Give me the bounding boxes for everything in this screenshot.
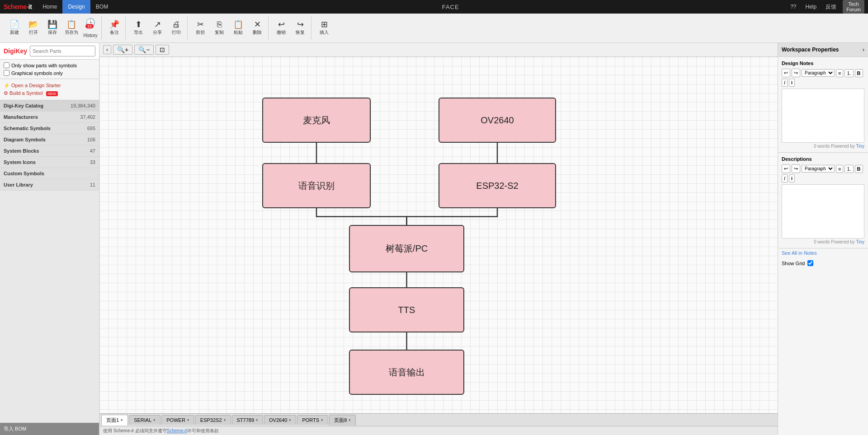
design-notes-title: Design Notes xyxy=(782,61,864,66)
note-icon: 📌 xyxy=(109,20,119,28)
tech-forum-btn[interactable]: TechForum xyxy=(843,0,864,14)
checkbox-graphical[interactable] xyxy=(4,70,9,76)
right-panel-header: Workspace Properties › xyxy=(778,43,868,57)
question-btn[interactable]: ?? xyxy=(788,3,799,11)
tab-item[interactable]: ST7789▾ xyxy=(232,415,264,425)
desc-undo-btn[interactable]: ↩ xyxy=(782,164,790,173)
tab-item[interactable]: PORTS▾ xyxy=(297,415,328,425)
canvas[interactable]: 麦克风OV2640语音识别ESP32-S2树莓派/PCTTS语音输出 xyxy=(99,57,778,413)
dn-italic-btn[interactable]: I xyxy=(782,79,788,87)
descriptions-wordcount: 0 words Powered by Tiny xyxy=(782,239,864,244)
toolbar-share[interactable]: ↗ 分享 xyxy=(148,16,166,40)
toolbar-open[interactable]: 📂 打开 xyxy=(24,16,42,40)
desc-redo-btn[interactable]: ↪ xyxy=(792,164,800,173)
see-all-link[interactable]: See All in Notes xyxy=(778,248,821,257)
sidebar-list: Manufacturers37,402Schematic Symbols695D… xyxy=(0,112,99,423)
zoom-fit-btn[interactable]: ⊡ xyxy=(156,45,169,55)
nav-design[interactable]: Design xyxy=(62,0,90,14)
sidebar-item[interactable]: Diagram Symbols106 xyxy=(0,134,99,145)
diagram-node[interactable]: ESP32-S2 xyxy=(439,163,556,208)
help-btn[interactable]: Help xyxy=(803,3,820,11)
copy-label: 复制 xyxy=(215,29,224,36)
dn-strikethrough-btn[interactable]: I xyxy=(789,79,795,87)
diagram-node[interactable]: 麦克风 xyxy=(262,98,371,143)
toolbar-export[interactable]: ⬆ 导出 xyxy=(129,16,147,40)
toolbar-history[interactable]: 🕒 15 History xyxy=(81,16,99,40)
toolbar-new[interactable]: 📄 新建 xyxy=(5,16,24,40)
desc-bold-btn[interactable]: B xyxy=(855,165,863,173)
sidebar-item[interactable]: Custom Symbols xyxy=(0,168,99,179)
tab-item[interactable]: OV2640▾ xyxy=(264,415,296,425)
show-grid-checkbox[interactable] xyxy=(807,260,813,266)
sidebar-item[interactable]: Manufacturers37,402 xyxy=(0,112,99,123)
toolbar-paste[interactable]: 📋 粘贴 xyxy=(229,16,247,40)
search-input[interactable] xyxy=(30,47,95,55)
top-nav: Scheme-it Home Design BOM FACE ?? Help 反… xyxy=(0,0,868,14)
toolbar-insert-group: ⊞ 插入 xyxy=(313,16,335,40)
desc-italic-btn[interactable]: I xyxy=(782,174,788,182)
export-bom-btn[interactable]: 导入 BOM xyxy=(0,423,99,435)
tab-item[interactable]: POWER▾ xyxy=(161,415,194,425)
catalog-name: Digi-Key Catalog xyxy=(4,103,43,108)
toolbar-cut[interactable]: ✂ 剪切 xyxy=(191,16,209,40)
new-label: 新建 xyxy=(10,29,19,36)
tab-item[interactable]: SERIAL▾ xyxy=(129,415,160,425)
toolbar-save[interactable]: 💾 保存 xyxy=(43,16,61,40)
sidebar-item-name: Schematic Symbols xyxy=(4,126,51,131)
zoom-out-btn[interactable]: 🔍− xyxy=(134,45,154,55)
right-panel-collapse-btn[interactable]: › xyxy=(863,47,864,53)
toolbar-redo[interactable]: ↪ 恢复 xyxy=(291,16,309,40)
workspace-props-title: Workspace Properties xyxy=(782,47,839,53)
dn-list-btn[interactable]: ≡ xyxy=(836,69,843,77)
catalog-item[interactable]: Digi-Key Catalog 19,384,340 xyxy=(0,100,99,112)
sidebar-item[interactable]: User Library11 xyxy=(0,179,99,191)
design-notes-editor[interactable] xyxy=(782,89,864,143)
scheme-it-link1[interactable]: Scheme-it xyxy=(167,428,187,433)
zoom-in-btn[interactable]: 🔍+ xyxy=(113,45,132,55)
toolbar-note[interactable]: 📌 备注 xyxy=(105,16,123,40)
dn-paragraph-select[interactable]: Paragraph xyxy=(802,69,835,77)
dn-bold-btn[interactable]: B xyxy=(855,69,863,77)
nav-bom[interactable]: BOM xyxy=(90,0,113,14)
dn-olist-btn[interactable]: 1. xyxy=(844,69,853,77)
tiny-link-2[interactable]: Tiny xyxy=(856,239,864,244)
diagram-node[interactable]: 树莓派/PC xyxy=(349,225,464,272)
toolbar-note-group: 📌 备注 xyxy=(104,16,126,40)
tab-item[interactable]: 页面8▾ xyxy=(329,415,356,426)
tab-item[interactable]: 页面1▾ xyxy=(101,415,128,426)
sidebar-item[interactable]: System Blocks47 xyxy=(0,145,99,157)
desc-list-btn[interactable]: ≡ xyxy=(836,165,843,173)
diagram-node[interactable]: TTS xyxy=(349,287,464,332)
toolbar-undo[interactable]: ↩ 撤销 xyxy=(272,16,290,40)
toolbar-insert[interactable]: ⊞ 插入 xyxy=(315,16,333,40)
diagram-node[interactable]: 语音输出 xyxy=(349,350,464,395)
toolbar-saveas[interactable]: 📋 另存为 xyxy=(62,16,80,40)
tab-label: ST7789 xyxy=(237,417,255,423)
toolbar-print[interactable]: 🖨 打印 xyxy=(167,16,185,40)
desc-strikethrough-btn[interactable]: I xyxy=(789,174,795,182)
diagram-node[interactable]: 语音识别 xyxy=(262,163,371,208)
open-design-icon: ⚡ xyxy=(4,83,10,88)
dn-redo-btn[interactable]: ↪ xyxy=(792,69,800,77)
build-symbol-link[interactable]: ⚙ Build a Symbol NEW xyxy=(4,89,58,97)
print-label: 打印 xyxy=(172,29,181,36)
nav-home[interactable]: Home xyxy=(37,0,62,14)
dn-undo-btn[interactable]: ↩ xyxy=(782,69,790,77)
desc-olist-btn[interactable]: 1. xyxy=(844,165,853,173)
tiny-link-1[interactable]: Tiny xyxy=(856,144,864,149)
sidebar-item[interactable]: System Icons33 xyxy=(0,157,99,168)
desc-paragraph-select[interactable]: Paragraph xyxy=(802,165,835,173)
tab-label: ESP32S2 xyxy=(200,417,222,423)
sidebar-item[interactable]: Schematic Symbols695 xyxy=(0,123,99,134)
design-notes-section: Design Notes ↩ ↪ Paragraph ≡ 1. B I I 0 … xyxy=(778,57,868,153)
open-design-starter-link[interactable]: ⚡ Open a Design Starter xyxy=(4,82,61,89)
checkbox-symbols[interactable] xyxy=(4,62,9,68)
collapse-left-btn[interactable]: ‹ xyxy=(103,45,111,54)
toolbar-delete[interactable]: ✕ 删除 xyxy=(248,16,266,40)
descriptions-editor[interactable] xyxy=(782,184,864,239)
export-icon: ⬆ xyxy=(135,20,142,28)
tab-item[interactable]: ESP32S2▾ xyxy=(195,415,231,425)
diagram-node[interactable]: OV2640 xyxy=(439,98,556,143)
feedback-btn[interactable]: 反馈 xyxy=(823,2,839,12)
toolbar-copy[interactable]: ⎘ 复制 xyxy=(210,16,228,40)
